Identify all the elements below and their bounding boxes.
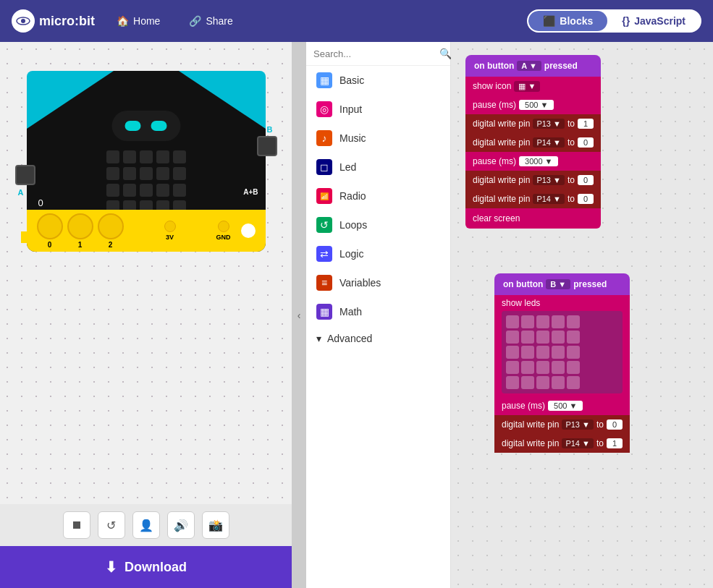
pause-500b-value[interactable]: 500 ▼ [548, 401, 583, 411]
radio-icon: 📶 [316, 188, 332, 204]
label-ab: A+B [243, 188, 258, 196]
stop-button[interactable]: ⏹ [63, 511, 90, 539]
show-icon-block: show icon ▦ ▼ [465, 77, 601, 95]
js-icon: {} [622, 15, 630, 27]
download-label: Download [125, 560, 187, 575]
restart-button[interactable]: ↺ [98, 511, 125, 539]
tab-switch: ⬛ Blocks {} JavaScript [527, 9, 701, 33]
header: micro:bit 🏠 Home 🔗 Share ⬛ Blocks {} Jav… [0, 0, 713, 42]
icon-dropdown[interactable]: ▦ ▼ [514, 81, 540, 92]
blocks-tab[interactable]: ⬛ Blocks [528, 11, 607, 31]
p14-dropdown[interactable]: P14 ▼ [533, 137, 565, 148]
download-button[interactable]: ⬇ Download [0, 546, 292, 588]
music-label: Music [339, 132, 366, 144]
javascript-tab[interactable]: {} JavaScript [607, 11, 700, 31]
pin-1-label: 1 [78, 241, 83, 249]
music-icon: ♪ [316, 130, 332, 146]
pin-2-label: 2 [109, 241, 113, 249]
basic-label: Basic [339, 74, 364, 86]
pin-0-circle [37, 213, 63, 239]
eye-left [125, 121, 141, 131]
led-label: Led [339, 161, 356, 173]
collapse-handle[interactable]: ‹ [292, 42, 306, 588]
eye-right [151, 121, 167, 131]
dw-p13-0c-block: digital write pin P13 ▼ to 0 [494, 415, 630, 434]
dw-p13-1-block: digital write pin P13 ▼ to 1 [465, 114, 601, 133]
val-0c[interactable]: 0 [578, 194, 594, 204]
category-math[interactable]: ▦ Math [306, 297, 450, 326]
category-variables[interactable]: ≡ Variables [306, 268, 450, 297]
main-layout: A B A+B 0 1 [0, 42, 713, 588]
p13c-dropdown[interactable]: P13 ▼ [562, 419, 594, 430]
search-input[interactable] [313, 48, 435, 59]
search-icon: 🔍 [439, 48, 452, 59]
sound-button[interactable]: 🔊 [167, 511, 195, 539]
microbit-container: A B A+B 0 1 [0, 42, 292, 504]
input-label: Input [339, 103, 362, 115]
variables-label: Variables [339, 277, 381, 289]
led-icon: ◻ [316, 159, 332, 175]
category-input[interactable]: ◎ Input [306, 95, 450, 124]
val-0b[interactable]: 0 [578, 175, 594, 185]
leds-grid [502, 311, 623, 393]
p13-dropdown[interactable]: P13 ▼ [533, 119, 565, 129]
dw-p14-1-block: digital write pin P14 ▼ to 1 [494, 434, 630, 453]
p14c-dropdown[interactable]: P14 ▼ [562, 438, 594, 448]
blocks-icon: ⬛ [543, 15, 555, 27]
button-a-dropdown[interactable]: A ▼ [517, 61, 541, 71]
category-advanced[interactable]: ▾ Advanced [306, 326, 450, 351]
led-indicator [241, 223, 256, 238]
pin-1-circle [67, 213, 93, 239]
math-label: Math [339, 306, 362, 318]
share-nav[interactable]: 🔗 Share [182, 11, 240, 31]
pin-2-circle [98, 213, 124, 239]
val-0a[interactable]: 0 [578, 137, 594, 148]
home-label: Home [133, 15, 160, 27]
input-icon: ◎ [316, 101, 332, 117]
home-nav[interactable]: 🏠 Home [109, 11, 167, 31]
pause-500-value[interactable]: 500 ▼ [519, 100, 554, 110]
logo-icon [12, 9, 35, 33]
screenshot-button[interactable]: 📸 [202, 511, 229, 539]
logic-label: Logic [339, 248, 363, 260]
variables-icon: ≡ [316, 275, 332, 291]
val-0d[interactable]: 0 [607, 419, 623, 430]
block-stack-1: on button A ▼ pressed show icon ▦ ▼ paus… [465, 55, 601, 229]
button-b-dropdown[interactable]: B ▼ [546, 279, 570, 289]
clear-screen-block: clear screen [465, 208, 601, 229]
basic-icon: ▦ [316, 72, 332, 88]
val-1b[interactable]: 1 [607, 438, 623, 448]
pin-strip: 0 1 2 3V [27, 210, 266, 252]
category-music[interactable]: ♪ Music [306, 124, 450, 153]
category-logic[interactable]: ⇄ Logic [306, 239, 450, 268]
category-panel: 🔍 ▦ Basic ◎ Input ♪ Music ◻ Led 📶 Radio [306, 42, 451, 588]
button-a[interactable] [15, 165, 35, 185]
val-1[interactable]: 1 [578, 119, 594, 129]
sim-controls: ⏹ ↺ 👤 🔊 📸 [0, 504, 292, 546]
pin-3v-group: 3V [128, 221, 212, 241]
chevron-left-icon: ‹ [298, 310, 301, 321]
simulator-panel: A B A+B 0 1 [0, 42, 292, 588]
category-basic[interactable]: ▦ Basic [306, 66, 450, 95]
category-led[interactable]: ◻ Led [306, 153, 450, 182]
pin-3v-circle [164, 221, 176, 232]
p14b-dropdown[interactable]: P14 ▼ [533, 194, 565, 204]
advanced-label: Advanced [327, 333, 372, 344]
download-icon: ⬇ [105, 558, 117, 576]
dw-p14-0-block: digital write pin P14 ▼ to 0 [465, 133, 601, 152]
share-icon: 🔗 [189, 15, 201, 27]
math-icon: ▦ [316, 304, 332, 320]
button-b[interactable] [257, 136, 277, 156]
user-button[interactable]: 👤 [132, 511, 160, 539]
pause-3000-value[interactable]: 3000 ▼ [519, 156, 558, 166]
p13b-dropdown[interactable]: P13 ▼ [533, 175, 565, 185]
pin-gnd-label: GND [216, 234, 231, 241]
search-box: 🔍 [306, 42, 450, 66]
dw-p13-0-block: digital write pin P13 ▼ to 0 [465, 171, 601, 189]
dw-p14-0b-block: digital write pin P14 ▼ to 0 [465, 189, 601, 208]
pin-2-group: 2 [98, 213, 124, 249]
loops-label: Loops [339, 219, 367, 231]
workspace[interactable]: on button A ▼ pressed show icon ▦ ▼ paus… [451, 42, 713, 588]
category-radio[interactable]: 📶 Radio [306, 182, 450, 210]
category-loops[interactable]: ↺ Loops [306, 210, 450, 239]
